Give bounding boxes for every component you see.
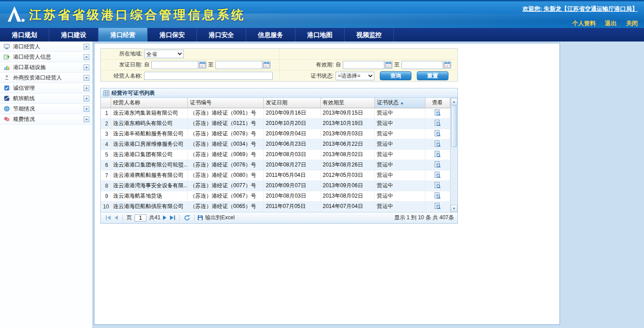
expand-button[interactable]: + — [84, 85, 89, 91]
col-valid-until[interactable]: 有效期至 — [320, 98, 374, 108]
view-icon — [434, 171, 441, 178]
page-label: 页 — [126, 214, 132, 222]
col-operator-name[interactable]: 经营人名称 — [111, 98, 187, 108]
table-row[interactable]: 6 连云港港口集团有限公司轮驳... （苏连）港经证（0076）号 2010年0… — [101, 160, 450, 170]
nav-tab-video-monitor[interactable]: 视频监控 — [345, 28, 394, 42]
table-row[interactable]: 8 连云港港湾海事安全设备有限... （苏连）港经证（0077）号 2010年0… — [101, 180, 450, 191]
last-page-icon — [170, 215, 175, 220]
sidebar-item-energy[interactable]: 节能情况 + — [0, 104, 93, 114]
issue-date-label: 发证日期: — [101, 61, 142, 69]
operator-name-input[interactable] — [144, 72, 273, 80]
issue-date-cell: 2010年10月20日 — [263, 118, 320, 129]
prev-page-button[interactable] — [114, 215, 118, 220]
view-button[interactable] — [425, 129, 450, 139]
page-number-input[interactable] — [135, 214, 146, 222]
nav-tab-port-planning[interactable]: 港口规划 — [0, 28, 49, 42]
page-title: 江苏省省级港口综合管理信息系统 — [29, 7, 246, 23]
issue-date-to-input[interactable] — [215, 61, 262, 69]
view-button[interactable] — [425, 201, 450, 212]
issue-date-to-calendar-button[interactable] — [263, 61, 271, 69]
profile-link[interactable]: 个人资料 — [572, 20, 596, 27]
region-select[interactable]: 全省 — [144, 50, 184, 58]
scrollbar-up-button[interactable]: ▲ — [451, 98, 458, 105]
table-row[interactable]: 4 连云港港口房屋维修服务公司 （苏连）港经证（0034）号 2010年06月2… — [101, 139, 450, 149]
validity-to-calendar-button[interactable] — [443, 61, 451, 69]
nav-tab-port-map[interactable]: 港口地图 — [295, 28, 345, 42]
sidebar-item-port-operators[interactable]: 港口经营人 + — [0, 42, 93, 52]
table-row[interactable]: 3 连云港丰裕船舶服务有限公司 （苏连）港经证（0078）号 2010年09月0… — [101, 129, 450, 139]
view-button[interactable] — [425, 191, 450, 201]
valid-until-cell: 2012年05月03日 — [320, 170, 374, 180]
view-button[interactable] — [425, 108, 450, 118]
nav-tab-port-construction[interactable]: 港口建设 — [49, 28, 98, 42]
view-button[interactable] — [425, 160, 450, 170]
search-button[interactable]: 查询 — [380, 71, 411, 80]
expand-button[interactable]: + — [84, 44, 89, 50]
col-issue-date[interactable]: 发证日期 — [263, 98, 320, 108]
validity-from-calendar-button[interactable] — [385, 61, 392, 69]
logout-link[interactable]: 退出 — [605, 20, 617, 27]
sidebar-item-foreign-investment[interactable]: 外商投资港口经营人 + — [0, 73, 93, 83]
last-page-button[interactable] — [170, 215, 175, 220]
col-cert-no[interactable]: 证书编号 — [187, 98, 263, 108]
total-pages-label: 共41 — [149, 214, 160, 222]
first-page-button[interactable] — [106, 215, 111, 220]
table-row[interactable]: 1 连云港东鸿集装箱有限公司 （苏连）港经证（0091）号 2010年09月16… — [101, 108, 450, 118]
main-nav: 港口规划 港口建设 港口经营 港口保安 港口安全 信息服务 港口地图 视频监控 — [0, 28, 644, 42]
calendar-icon — [199, 61, 206, 68]
sort-asc-icon: ▲ — [400, 101, 404, 105]
expand-button[interactable]: + — [84, 116, 89, 122]
sidebar-item-integrity[interactable]: 诚信管理 + — [0, 83, 93, 93]
view-button[interactable] — [425, 170, 450, 180]
separator — [122, 214, 123, 222]
sidebar-item-label: 港口经营人 — [13, 43, 84, 51]
separator — [194, 214, 195, 222]
sidebar-item-fees[interactable]: 规费情况 + — [0, 114, 93, 125]
expand-button[interactable]: + — [84, 106, 89, 112]
expand-button[interactable]: + — [84, 75, 89, 81]
cert-no-cell: （苏连）港经证（0034）号 — [187, 139, 263, 149]
view-button[interactable] — [425, 149, 450, 160]
expand-button[interactable]: + — [84, 65, 89, 70]
view-button[interactable] — [425, 118, 450, 129]
scrollbar-down-button[interactable]: ▼ — [451, 205, 458, 212]
reset-button[interactable]: 重置 — [417, 71, 448, 80]
table-row[interactable]: 7 连云港港腾船舶服务有限公司 （苏连）港经证（0080）号 2011年05月0… — [101, 170, 450, 180]
issue-date-from-calendar-button[interactable] — [199, 61, 206, 69]
content-panel: 所在地域: 全省 发证日期: 自 至 — [94, 43, 560, 325]
app-logo — [5, 5, 26, 25]
close-link[interactable]: 关闭 — [626, 20, 638, 27]
cert-status-select[interactable]: =请选择= — [336, 72, 374, 80]
view-icon — [434, 151, 441, 157]
table-row[interactable]: 5 连云港港口集团有限公司 （苏连）港经证（0069）号 2010年08月03日… — [101, 149, 450, 160]
export-excel-button[interactable]: 输出到Excel — [197, 214, 234, 222]
view-button[interactable] — [425, 139, 450, 149]
expand-button[interactable]: + — [84, 54, 89, 60]
table-row[interactable]: 2 连云港东粮码头有限公司 （苏连）港经证（0121）号 2010年10月20日… — [101, 118, 450, 129]
expand-button[interactable]: + — [84, 96, 89, 102]
table-row[interactable]: 9 连云港海航基地货场 （苏连）港经证（0067）号 2010年08月03日 2… — [101, 191, 450, 201]
col-status[interactable]: 证书状态▲ — [374, 98, 425, 108]
validity-from-input[interactable] — [343, 61, 384, 69]
view-icon — [434, 120, 441, 126]
sidebar-item-infrastructure[interactable]: 港口基础设施 + — [0, 62, 93, 73]
nav-tab-port-safety[interactable]: 港口安全 — [197, 28, 246, 42]
table-row[interactable]: 10 连云港海巨船舶供应有限公司 （苏连）港经证（0065）号 2011年07月… — [101, 201, 450, 212]
issue-date-cell: 2010年09月16日 — [263, 108, 320, 118]
search-filter-panel: 所在地域: 全省 发证日期: 自 至 — [100, 48, 458, 82]
sidebar-item-operator-info[interactable]: 港口经营人信息 + — [0, 52, 93, 62]
view-button[interactable] — [425, 180, 450, 191]
next-page-button[interactable] — [163, 215, 167, 220]
refresh-button[interactable] — [184, 215, 190, 221]
valid-until-cell: 2013年09月03日 — [320, 129, 374, 139]
scrollbar-thumb[interactable] — [451, 106, 457, 147]
validity-to-input[interactable] — [401, 61, 443, 69]
sidebar-item-flight-routes[interactable]: 航班航线 + — [0, 93, 93, 104]
scrollbar-track[interactable] — [451, 105, 458, 205]
issue-date-from-input[interactable] — [151, 61, 198, 69]
nav-tab-port-security[interactable]: 港口保安 — [148, 28, 197, 42]
row-index: 10 — [101, 201, 111, 212]
nav-tab-info-service[interactable]: 信息服务 — [246, 28, 295, 42]
nav-tab-port-operation[interactable]: 港口经营 — [98, 28, 148, 42]
first-page-icon — [106, 215, 111, 220]
